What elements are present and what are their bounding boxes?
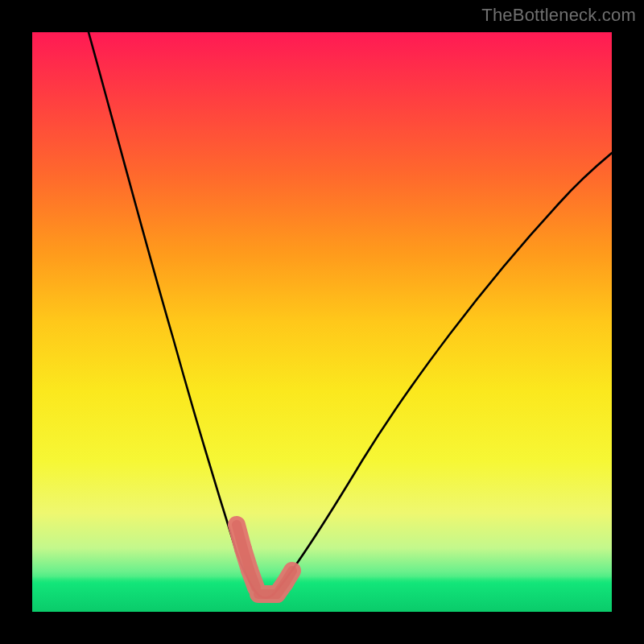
svg-line-2 xyxy=(250,570,256,588)
svg-line-5 xyxy=(285,571,292,583)
chart-frame: TheBottleneck.com xyxy=(0,0,644,644)
curves-layer xyxy=(32,32,612,612)
right-curve xyxy=(274,153,612,594)
watermark-text: TheBottleneck.com xyxy=(481,5,636,26)
left-curve xyxy=(89,32,259,596)
plot-area xyxy=(32,32,612,612)
